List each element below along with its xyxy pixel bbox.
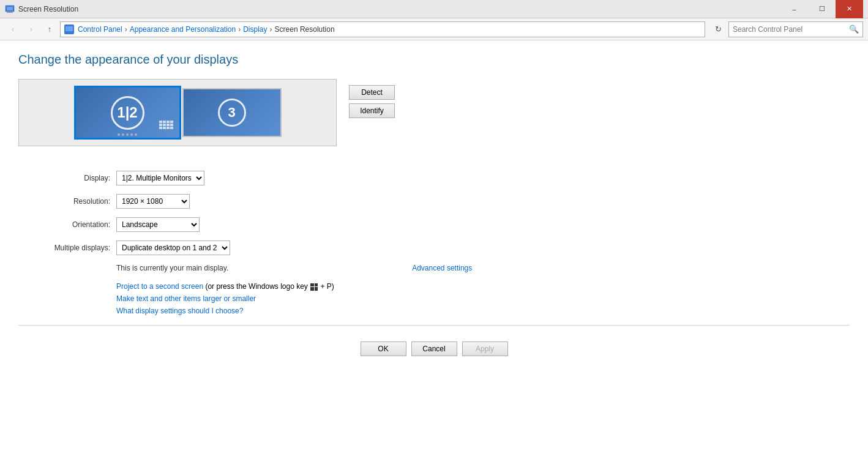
orientation-label: Orientation:	[18, 220, 116, 229]
nav-bar: ‹ › ↑ Control Panel › Appearance and Per…	[0, 18, 868, 40]
minimize-button[interactable]: –	[780, 0, 808, 18]
breadcrumb: Control Panel › Appearance and Personali…	[60, 21, 705, 37]
search-input[interactable]	[733, 25, 849, 34]
orientation-row: Orientation: Landscape Portrait Landscap…	[18, 217, 850, 232]
monitor-display-3[interactable]: 3	[182, 88, 282, 137]
orientation-control: Landscape Portrait Landscape (flipped) P…	[116, 217, 200, 232]
location-icon	[64, 24, 74, 34]
resolution-select[interactable]: 1920 × 1080 1600 × 900 1280 × 720	[116, 194, 190, 209]
windows-logo-icon	[310, 283, 318, 291]
display-select[interactable]: 1|2. Multiple Monitors 1. Monitor 1 2. M…	[116, 171, 204, 185]
close-button[interactable]: ✕	[836, 0, 863, 18]
up-button[interactable]: ↑	[42, 21, 58, 37]
app-icon	[5, 4, 15, 14]
title-bar: Screen Resolution – ☐ ✕	[0, 0, 868, 18]
resolution-control: 1920 × 1080 1600 × 900 1280 × 720	[116, 194, 190, 209]
link-project-screen: Project to a second screen (or press the…	[116, 282, 850, 291]
advanced-settings-link[interactable]: Advanced settings	[412, 264, 472, 272]
multiple-displays-control: Duplicate desktop on 1 and 2 Extend thes…	[116, 241, 230, 255]
multiple-displays-row: Multiple displays: Duplicate desktop on …	[18, 241, 850, 255]
grid-icon	[159, 121, 173, 129]
svg-rect-5	[65, 26, 73, 31]
cancel-button[interactable]: Cancel	[411, 341, 457, 356]
multiple-displays-label: Multiple displays:	[18, 244, 116, 252]
search-button[interactable]: 🔍	[849, 24, 859, 34]
links-section: Project to a second screen (or press the…	[116, 282, 850, 315]
monitor-display-1-2[interactable]: 1|2	[74, 86, 181, 140]
resolution-label: Resolution:	[18, 197, 116, 206]
main-content: Change the appearance of your displays 1…	[0, 40, 868, 459]
identify-button[interactable]: Identify	[349, 103, 395, 118]
monitor-buttons: Detect Identify	[349, 79, 395, 118]
apply-button[interactable]: Apply	[462, 341, 508, 356]
display-settings-link[interactable]: What display settings should I choose?	[116, 307, 243, 315]
display-label: Display:	[18, 174, 116, 182]
breadcrumb-item-control-panel[interactable]: Control Panel	[78, 25, 122, 34]
monitor-area: 1|2	[18, 79, 337, 146]
monitor-3-label: 3	[184, 89, 280, 136]
monitor-1-2-label: 1|2	[76, 88, 179, 138]
svg-rect-3	[7, 12, 13, 13]
monitor-section: 1|2	[18, 79, 850, 159]
display-row: Display: 1|2. Multiple Monitors 1. Monit…	[18, 171, 850, 185]
window-title: Screen Resolution	[18, 5, 78, 13]
monitor-1-2-dots	[118, 133, 137, 136]
detect-button[interactable]: Detect	[349, 85, 395, 100]
ok-button[interactable]: OK	[361, 341, 406, 356]
resolution-row: Resolution: 1920 × 1080 1600 × 900 1280 …	[18, 194, 850, 209]
project-screen-suffix: (or press the Windows logo key + P)	[205, 282, 334, 291]
text-size-link[interactable]: Make text and other items larger or smal…	[116, 294, 256, 303]
link-text-size: Make text and other items larger or smal…	[116, 294, 850, 303]
window-controls: – ☐ ✕	[780, 0, 863, 18]
status-row: This is currently your main display. Adv…	[116, 264, 850, 272]
refresh-button[interactable]: ↻	[710, 21, 726, 37]
maximize-button[interactable]: ☐	[808, 0, 836, 18]
title-bar-left: Screen Resolution	[5, 4, 78, 14]
back-button[interactable]: ‹	[5, 21, 21, 37]
display-control: 1|2. Multiple Monitors 1. Monitor 1 2. M…	[116, 171, 204, 185]
svg-rect-1	[7, 7, 13, 10]
page-title: Change the appearance of your displays	[18, 53, 850, 67]
bottom-buttons: OK Cancel Apply	[18, 335, 850, 362]
divider	[18, 325, 850, 326]
main-display-status: This is currently your main display.	[116, 264, 228, 272]
multiple-displays-select[interactable]: Duplicate desktop on 1 and 2 Extend thes…	[116, 241, 230, 255]
link-display-settings: What display settings should I choose?	[116, 307, 850, 315]
breadcrumb-current: Screen Resolution	[275, 25, 335, 34]
project-screen-link[interactable]: Project to a second screen	[116, 282, 203, 291]
breadcrumb-item-display[interactable]: Display	[243, 25, 267, 34]
search-box: 🔍	[728, 21, 863, 37]
orientation-select[interactable]: Landscape Portrait Landscape (flipped) P…	[116, 217, 200, 232]
forward-button[interactable]: ›	[23, 21, 39, 37]
monitors-container: 1|2	[74, 86, 282, 140]
breadcrumb-item-appearance[interactable]: Appearance and Personalization	[130, 25, 236, 34]
